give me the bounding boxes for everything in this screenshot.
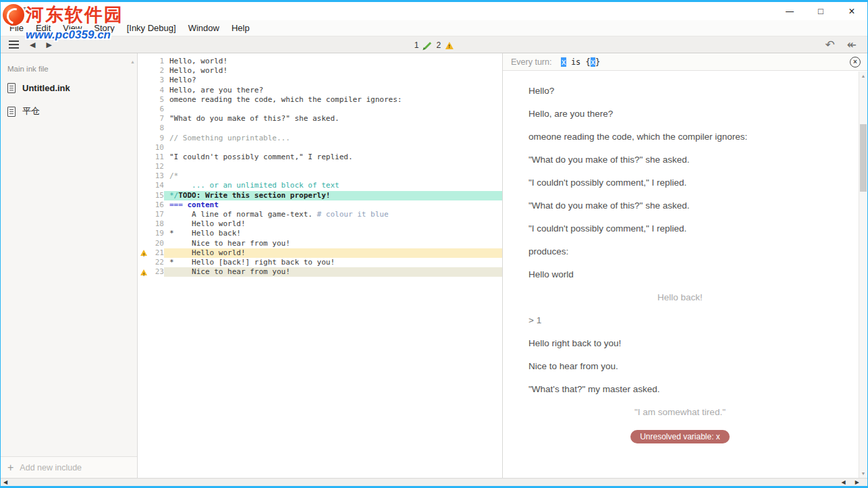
hscroll-right-icons[interactable]: ◀ ▶ (841, 479, 863, 486)
file-name: Untitled.ink (22, 83, 70, 93)
rewind-step-icon[interactable]: ↶ (825, 38, 835, 52)
gutter-spacer (138, 105, 149, 114)
line-number: 3 (149, 76, 164, 85)
file-name: 平仓 (22, 105, 40, 117)
code-line[interactable]: 3Hello? (138, 76, 502, 85)
story-paragraph: "What's that?" my master asked. (528, 384, 832, 394)
warning-count: 2 (437, 40, 441, 50)
code-line[interactable]: 16=== content (138, 200, 502, 210)
menu-item-window[interactable]: Window (182, 20, 225, 36)
menu-item-help[interactable]: Help (225, 20, 256, 36)
code-line[interactable]: 1Hello, world! (138, 57, 502, 66)
code-line[interactable]: 4Hello, are you there? (138, 86, 502, 95)
todo-pencil-icon (424, 42, 431, 49)
code-text: Nice to hear from you! (164, 267, 502, 277)
code-line[interactable]: 21 Hello world! (138, 248, 502, 258)
code-line[interactable]: 17 A line of normal game-text. # colour … (138, 210, 502, 219)
code-line[interactable]: 18 Hello world! (138, 219, 502, 229)
gutter-spacer (138, 153, 149, 162)
menu-item-edit[interactable]: Edit (30, 20, 57, 36)
line-number: 17 (149, 210, 164, 219)
code-line[interactable]: 6 (138, 105, 502, 114)
line-number: 19 (149, 229, 164, 238)
code-line[interactable]: 15*/TODO: Write this section properly! (138, 191, 502, 200)
code-line[interactable]: 5omeone reading the code, which the comp… (138, 95, 502, 105)
back-icon[interactable]: ◀ (30, 40, 35, 49)
code-line[interactable]: 12 (138, 162, 502, 171)
story-paragraph: omeone reading the code, which the compi… (528, 132, 832, 142)
menu-item-story[interactable]: Story (88, 20, 120, 36)
story-scrollbar[interactable]: ▲ ▼ (859, 72, 867, 478)
gutter-spacer (138, 143, 149, 153)
toolbar-right-group: ↶ ↞ (825, 38, 868, 52)
gutter-spacer (138, 76, 149, 85)
line-number: 1 (149, 57, 164, 66)
line-number: 16 (149, 200, 164, 210)
scrollbar-up-icon[interactable]: ▲ (859, 74, 867, 78)
line-number: 11 (149, 153, 164, 162)
forward-icon[interactable]: ▶ (46, 40, 51, 49)
story-paragraph: "What do you make of this?" she asked. (528, 155, 832, 165)
code-text: // Something unprintable... (164, 134, 502, 143)
code-text: omeone reading the code, which the compi… (164, 95, 502, 105)
sidebar-toggle-icon[interactable] (9, 44, 19, 45)
scrollbar-thumb[interactable] (860, 124, 867, 192)
code-line[interactable]: 2Hello, world! (138, 66, 502, 76)
line-number: 14 (149, 181, 164, 190)
code-line[interactable]: 13/* (138, 171, 502, 181)
issue-summary[interactable]: 1 2 (414, 36, 454, 54)
code-editor[interactable]: 1Hello, world!2Hello, world!3Hello?4Hell… (138, 53, 502, 478)
clear-expression-icon[interactable]: × (850, 57, 861, 67)
file-item[interactable]: Untitled.ink (1, 77, 137, 99)
toolbar-left-group: ◀ ▶ (1, 40, 52, 49)
code-text: * Hello [back!] right back to you! (164, 258, 502, 267)
gutter-spacer (138, 124, 149, 133)
horizontal-scrollbar[interactable]: ◀ ◀ ▶ (1, 478, 867, 486)
code-text: Hello? (164, 76, 502, 85)
code-line[interactable]: 11"I couldn't possibly comment," I repli… (138, 153, 502, 162)
toolbar: ◀ ▶ 1 2 ↶ ↞ (1, 36, 867, 53)
code-line[interactable]: 9// Something unprintable... (138, 134, 502, 143)
line-number: 21 (149, 248, 164, 258)
menu-item-view[interactable]: View (57, 20, 88, 36)
code-line[interactable]: 7"What do you make of this?" she asked. (138, 114, 502, 124)
line-number: 6 (149, 105, 164, 114)
watch-expression-input[interactable]: x is {x} (561, 57, 600, 67)
line-warning-icon[interactable] (138, 248, 149, 258)
scrollbar-down-icon[interactable]: ▼ (859, 471, 867, 476)
code-line[interactable]: 22* Hello [back!] right back to you! (138, 258, 502, 267)
story-paragraph: > 1 (528, 315, 832, 325)
code-line[interactable]: 23 Nice to hear from you! (138, 267, 502, 277)
story-paragraph: Hello right back to you! (528, 338, 832, 348)
line-warning-icon[interactable] (138, 267, 149, 277)
sidebar-scroll-up-icon[interactable]: ▲ (130, 59, 135, 64)
menu-item-inkydebug[interactable]: [Inky Debug] (121, 20, 182, 36)
add-include-button[interactable]: + Add new include (1, 456, 137, 478)
gutter-spacer (138, 200, 149, 210)
gutter-spacer (138, 229, 149, 238)
title-bar[interactable]: 平仓 — □ × (1, 2, 867, 20)
warning-triangle-icon (140, 250, 147, 256)
app-icon (7, 7, 16, 16)
code-line[interactable]: 14 ... or an unlimited block of text (138, 181, 502, 190)
code-line[interactable]: 10 (138, 143, 502, 153)
story-paragraph: produces: (528, 246, 832, 256)
story-paragraph: "I couldn't possibly comment," I replied… (528, 223, 832, 234)
gutter-spacer (138, 210, 149, 219)
code-line[interactable]: 8 (138, 124, 502, 133)
code-text: Hello, are you there? (164, 86, 502, 95)
menu-item-file[interactable]: File (3, 20, 30, 36)
minimize-button[interactable]: — (774, 2, 805, 20)
code-line[interactable]: 20 Nice to hear from you! (138, 239, 502, 248)
code-text: Nice to hear from you! (164, 239, 502, 248)
gutter-spacer (138, 57, 149, 66)
hscroll-left-icon[interactable]: ◀ (3, 479, 7, 486)
file-item[interactable]: 平仓 (1, 99, 137, 124)
close-button[interactable]: × (836, 2, 867, 20)
maximize-button[interactable]: □ (805, 2, 836, 20)
sidebar: ▲ Main ink file Untitled.ink平仓 + Add new… (1, 53, 138, 478)
restart-story-icon[interactable]: ↞ (847, 38, 857, 52)
watch-expression-bar: Every turn: x is {x} × (503, 53, 867, 71)
code-line[interactable]: 19* Hello back! (138, 229, 502, 238)
gutter-spacer (138, 162, 149, 171)
